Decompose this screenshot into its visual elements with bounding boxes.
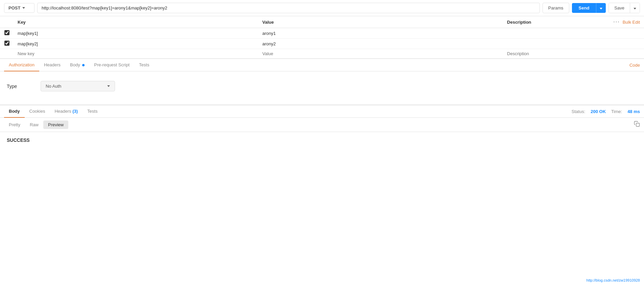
auth-chevron-icon [107,85,110,87]
url-input[interactable] [37,3,540,13]
params-table: Key Value Description ··· Bulk Edit [0,16,644,59]
method-chevron-icon [22,7,25,9]
new-value-input[interactable] [262,51,499,56]
svg-rect-0 [636,123,640,127]
response-status: Status: 200 OK Time: 48 ms [572,109,640,114]
time-value: 48 ms [627,109,640,114]
auth-section: Type No Auth [0,71,644,105]
auth-type-select[interactable]: No Auth [41,81,115,91]
code-link[interactable]: Code [629,59,640,71]
placeholder-value-cell[interactable] [258,49,503,59]
row-value-cell[interactable] [258,28,503,39]
send-button[interactable]: Send [572,3,596,13]
new-desc-input[interactable] [507,51,640,56]
row-checkbox-cell[interactable] [0,39,14,49]
response-tabs-bar: Body Cookies Headers (3) Tests Status: 2… [0,105,644,118]
row-checkbox-cell[interactable] [0,28,14,39]
row-key-cell[interactable] [14,39,258,49]
status-value: 200 OK [591,109,606,114]
time-label: Time: [611,109,622,114]
response-format-bar: Pretty Raw Preview [0,118,644,132]
more-options-icon: ··· [613,19,620,25]
method-select[interactable]: POST [4,3,34,13]
placeholder-key-cell[interactable] [14,49,258,59]
headers-badge: (3) [72,109,78,114]
auth-type-value: No Auth [46,84,61,89]
row-key-input[interactable] [18,41,254,46]
response-tab-body[interactable]: Body [4,105,25,118]
auth-row: Type No Auth [7,81,637,91]
row-value-input[interactable] [262,31,499,36]
row-value-input[interactable] [262,41,499,46]
send-btn-group: Send [572,3,606,13]
row-checkbox[interactable] [4,41,9,46]
format-raw-button[interactable]: Raw [25,120,43,129]
send-chevron-icon [600,8,602,9]
table-row [0,39,644,49]
col-header-key: Key [14,16,258,28]
response-tab-cookies[interactable]: Cookies [25,105,50,118]
format-pretty-button[interactable]: Pretty [4,120,25,129]
row-key-cell[interactable] [14,28,258,39]
bulk-edit-button[interactable]: Bulk Edit [623,20,640,25]
auth-type-label: Type [7,84,34,89]
save-chevron-icon [634,8,636,9]
save-button[interactable]: Save [609,3,630,13]
params-button[interactable]: Params [543,3,569,13]
table-row [0,28,644,39]
tab-headers[interactable]: Headers [39,59,65,71]
row-desc-cell[interactable] [503,39,644,49]
format-preview-button[interactable]: Preview [43,120,68,129]
send-dropdown-button[interactable] [596,3,606,13]
row-key-input[interactable] [18,31,254,36]
response-tab-tests[interactable]: Tests [83,105,102,118]
col-header-checkbox [0,16,14,28]
table-row-placeholder [0,49,644,59]
top-bar: POST Params Send Save [0,0,644,16]
params-section: Key Value Description ··· Bulk Edit [0,16,644,59]
response-content: SUCCESS [7,137,30,143]
tab-pre-request[interactable]: Pre-request Script [89,59,134,71]
request-tabs: Authorization Headers Body Pre-request S… [0,59,644,71]
status-label: Status: [572,109,585,114]
tab-tests[interactable]: Tests [134,59,154,71]
col-header-description: Description ··· Bulk Edit [503,16,644,28]
response-body: SUCCESS [0,132,644,148]
copy-response-button[interactable] [634,121,640,129]
row-checkbox[interactable] [4,30,9,35]
response-tab-headers[interactable]: Headers (3) [50,105,83,118]
save-btn-group: Save [608,3,640,13]
col-header-value: Value [258,16,503,28]
save-dropdown-button[interactable] [630,3,640,13]
tab-authorization[interactable]: Authorization [4,59,39,71]
new-key-input[interactable] [18,51,254,56]
row-value-cell[interactable] [258,39,503,49]
row-desc-input[interactable] [507,41,640,46]
placeholder-desc-cell[interactable] [503,49,644,59]
row-desc-input[interactable] [507,31,640,36]
body-dot-icon [82,64,85,66]
method-label: POST [8,5,20,10]
row-desc-cell[interactable] [503,28,644,39]
placeholder-checkbox-cell [0,49,14,59]
tab-body[interactable]: Body [65,59,89,71]
